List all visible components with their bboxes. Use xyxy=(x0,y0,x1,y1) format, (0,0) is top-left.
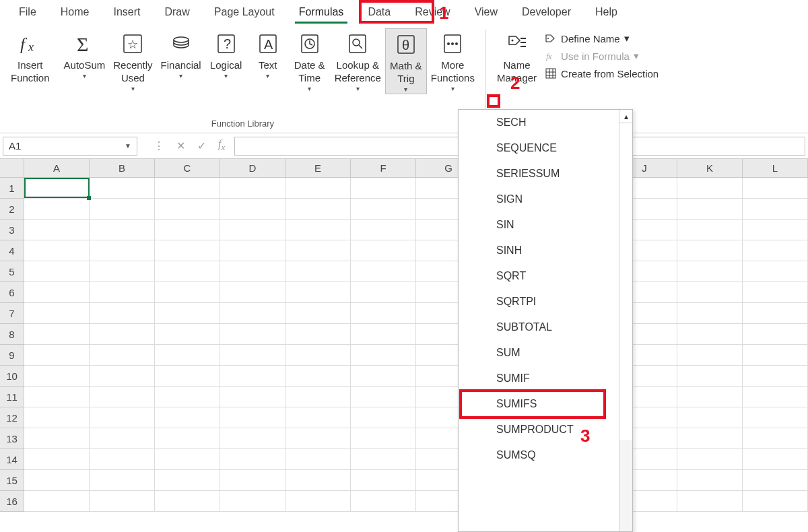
cell[interactable] xyxy=(677,470,743,490)
use-in-formula-button[interactable]: fx Use in Formula ▾ xyxy=(545,50,659,62)
financial-button[interactable]: Financial ▾ xyxy=(157,28,205,80)
cell[interactable] xyxy=(220,261,285,281)
cell[interactable] xyxy=(90,199,155,219)
cell[interactable] xyxy=(24,407,90,428)
cell[interactable] xyxy=(220,345,285,365)
cell[interactable] xyxy=(90,407,155,428)
cell[interactable] xyxy=(743,220,808,240)
cell[interactable] xyxy=(285,449,351,469)
row-header[interactable]: 8 xyxy=(0,324,24,345)
menu-item-seriessum[interactable]: SERIESSUM xyxy=(459,161,632,187)
cell[interactable] xyxy=(24,303,90,323)
cell[interactable] xyxy=(90,324,155,344)
cell[interactable] xyxy=(677,199,743,219)
cell[interactable] xyxy=(24,387,90,407)
cell[interactable] xyxy=(351,428,416,448)
cell[interactable] xyxy=(351,407,416,428)
cell[interactable] xyxy=(90,220,155,240)
cell[interactable] xyxy=(285,303,351,323)
tab-page-layout[interactable]: Page Layout xyxy=(202,2,287,22)
cell[interactable] xyxy=(90,240,155,261)
row-header[interactable]: 14 xyxy=(0,449,24,470)
cell[interactable] xyxy=(743,261,808,281)
cell[interactable] xyxy=(743,324,808,344)
cell[interactable] xyxy=(677,324,743,344)
cell[interactable] xyxy=(351,449,416,469)
tab-review[interactable]: Review xyxy=(403,2,462,22)
insert-function-button[interactable]: fx Insert Function xyxy=(7,28,54,85)
row-header[interactable]: 6 xyxy=(0,282,24,303)
cell[interactable] xyxy=(351,303,416,323)
col-header[interactable]: A xyxy=(24,159,90,177)
cell[interactable] xyxy=(24,428,90,448)
math-trig-button[interactable]: θ Math & Trig ▾ xyxy=(385,28,427,94)
cell[interactable] xyxy=(90,303,155,323)
cell[interactable] xyxy=(285,220,351,240)
cell[interactable] xyxy=(351,366,416,386)
cell[interactable] xyxy=(677,282,743,302)
cell[interactable] xyxy=(351,491,416,511)
cell[interactable] xyxy=(743,428,808,448)
fx-icon[interactable]: fx xyxy=(218,138,225,153)
menu-item-sech[interactable]: SECH xyxy=(459,110,632,135)
cell[interactable] xyxy=(155,428,220,448)
row-header[interactable]: 3 xyxy=(0,220,24,240)
menu-item-sin[interactable]: SIN xyxy=(459,212,632,238)
menu-item-subtotal[interactable]: SUBTOTAL xyxy=(459,314,632,340)
cell[interactable] xyxy=(24,240,90,261)
menu-item-sum[interactable]: SUM xyxy=(459,340,632,366)
cell-a1[interactable] xyxy=(24,178,90,198)
cell[interactable] xyxy=(24,345,90,365)
cell[interactable] xyxy=(155,407,220,428)
cell[interactable] xyxy=(155,449,220,469)
row-header[interactable]: 15 xyxy=(0,470,24,491)
cell[interactable] xyxy=(90,345,155,365)
row-header[interactable]: 13 xyxy=(0,428,24,449)
row-header[interactable]: 1 xyxy=(0,178,24,199)
cell[interactable] xyxy=(24,199,90,219)
cell[interactable] xyxy=(743,240,808,261)
cell[interactable] xyxy=(155,261,220,281)
cell[interactable] xyxy=(155,199,220,219)
cell[interactable] xyxy=(24,491,90,511)
cell[interactable] xyxy=(24,220,90,240)
cell[interactable] xyxy=(743,199,808,219)
cell[interactable] xyxy=(285,470,351,490)
cell[interactable] xyxy=(155,324,220,344)
cell[interactable] xyxy=(90,449,155,469)
cell[interactable] xyxy=(220,387,285,407)
cell[interactable] xyxy=(743,407,808,428)
cells[interactable] xyxy=(24,178,808,532)
cell[interactable] xyxy=(90,387,155,407)
cell[interactable] xyxy=(220,303,285,323)
cell[interactable] xyxy=(220,282,285,302)
scroll-track[interactable] xyxy=(619,123,632,440)
cancel-icon[interactable]: ✕ xyxy=(176,139,185,152)
tab-formulas[interactable]: Formulas xyxy=(287,2,356,22)
cell[interactable] xyxy=(677,387,743,407)
cell[interactable] xyxy=(285,366,351,386)
cell[interactable] xyxy=(285,324,351,344)
cell[interactable] xyxy=(24,449,90,469)
cell[interactable] xyxy=(220,199,285,219)
cell[interactable] xyxy=(155,240,220,261)
tab-developer[interactable]: Developer xyxy=(510,2,583,22)
cell[interactable] xyxy=(220,220,285,240)
cell[interactable] xyxy=(90,428,155,448)
cell[interactable] xyxy=(351,470,416,490)
cell[interactable] xyxy=(220,470,285,490)
cell[interactable] xyxy=(90,470,155,490)
menu-item-sumproduct[interactable]: SUMPRODUCT xyxy=(459,417,632,442)
cell[interactable] xyxy=(351,240,416,261)
define-name-button[interactable]: Define Name ▾ xyxy=(545,32,659,44)
cell[interactable] xyxy=(351,220,416,240)
cell[interactable] xyxy=(155,366,220,386)
row-header[interactable]: 11 xyxy=(0,387,24,407)
cell[interactable] xyxy=(743,345,808,365)
cell[interactable] xyxy=(351,178,416,198)
cell[interactable] xyxy=(285,387,351,407)
tab-home[interactable]: Home xyxy=(48,2,102,22)
col-header[interactable]: C xyxy=(155,159,220,177)
cell[interactable] xyxy=(155,470,220,490)
col-header[interactable]: D xyxy=(220,159,285,177)
